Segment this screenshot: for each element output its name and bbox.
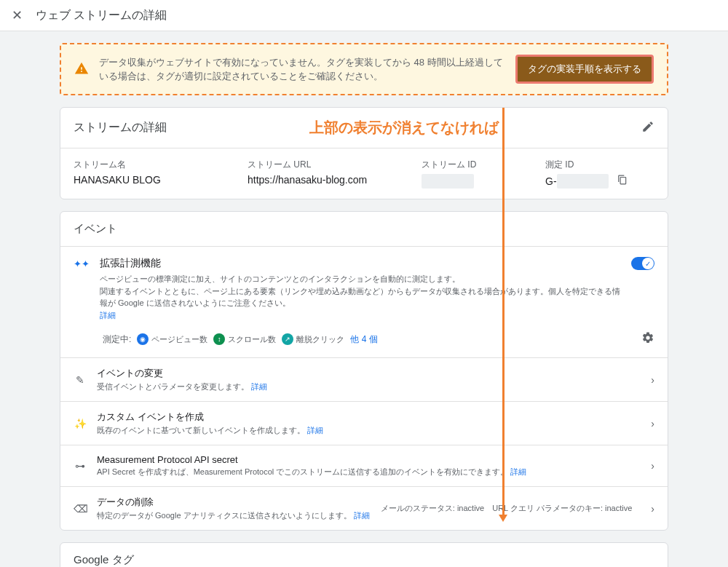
stream-url-value: https://hanasaku-blog.com [248, 174, 407, 186]
stream-id-label: ストリーム ID [422, 159, 531, 171]
chevron-right-icon: › [651, 418, 654, 429]
stream-details-card: ストリームの詳細 上部の表示が消えてなければ ストリーム名 HANASAKU B… [60, 107, 668, 199]
stream-name-label: ストリーム名 [74, 159, 233, 171]
events-card: イベント ✦✦ 拡張計測機能 ページビューの標準測定に加え、サイトのコンテンツと… [60, 211, 668, 531]
meas-id-prefix: G- [545, 175, 557, 187]
google-tag-heading: Google タグ [60, 543, 668, 567]
chevron-right-icon: › [651, 374, 654, 386]
alert-banner: データ収集がウェブサイトで有効になっていません。タグを実装してから 48 時間以… [60, 43, 668, 95]
pill-pageviews: ◉ページビュー数 [137, 333, 207, 345]
page-header: ✕ ウェブ ストリームの詳細 [0, 0, 728, 31]
custom-event-row[interactable]: ✨ カスタム イベントを作成 既存のイベントに基づいて新しいイベントを作成します… [60, 401, 668, 445]
data-deletion-row[interactable]: ⌫ データの削除 特定のデータが Google アナリティクスに送信されないよう… [60, 486, 668, 530]
enhanced-link[interactable]: 詳細 [100, 311, 116, 320]
warning-icon [74, 61, 89, 78]
event-change-row[interactable]: ✎ イベントの変更 受信イベントとパラメータを変更します。 詳細 › [60, 357, 668, 401]
meas-id-value [557, 174, 609, 189]
annotation-top: 上部の表示が消えてなければ [309, 118, 499, 138]
enhanced-measurement-row: ✦✦ 拡張計測機能 ページビューの標準測定に加え、サイトのコンテンツとのインタラ… [60, 247, 668, 331]
enhanced-title: 拡張計測機能 [100, 257, 621, 270]
sparkle-icon: ✨ [74, 418, 87, 429]
events-heading: イベント [60, 212, 668, 247]
measurement-protocol-row[interactable]: ⊶ Measurement Protocol API secret API Se… [60, 445, 668, 486]
scroll-icon: ↕ [213, 333, 225, 345]
chevron-right-icon: › [651, 503, 654, 515]
eye-icon: ◉ [137, 333, 149, 345]
key-icon: ⊶ [74, 460, 87, 472]
exit-icon: ↗ [282, 333, 293, 345]
enhanced-toggle[interactable] [631, 257, 654, 270]
close-icon[interactable]: ✕ [12, 7, 23, 23]
copy-icon[interactable] [617, 175, 628, 187]
pencil-icon[interactable] [641, 120, 654, 136]
gear-icon[interactable] [641, 331, 654, 347]
enhanced-desc2: 関連するイベントとともに、ページ上にある要素（リンクや埋め込み動画など）からもデ… [100, 287, 620, 308]
meas-id-label: 測定 ID [545, 159, 654, 171]
stream-details-heading: ストリームの詳細 [74, 120, 167, 135]
stream-name-value: HANASAKU BLOG [74, 174, 233, 186]
annotation-arrowhead [499, 515, 507, 522]
data-deletion-status: メールのステータス: inactive URL クエリ パラメータのキー: in… [381, 503, 633, 514]
erase-icon: ⌫ [74, 503, 87, 515]
enhanced-desc1: ページビューの標準測定に加え、サイトのコンテンツとのインタラクションを自動的に測… [100, 274, 460, 283]
other-count-link[interactable]: 他 4 個 [350, 333, 377, 346]
pill-outbound: ↗離脱クリック [282, 333, 344, 345]
stream-url-label: ストリーム URL [248, 159, 407, 171]
wand-icon: ✎ [74, 374, 87, 386]
sparkle-icon: ✦✦ [74, 258, 90, 269]
pill-scroll: ↕スクロール数 [213, 333, 276, 345]
chevron-right-icon: › [651, 460, 654, 472]
annotation-arrow [502, 108, 505, 515]
show-tag-instructions-button[interactable]: タグの実装手順を表示する [515, 55, 654, 84]
page-title: ウェブ ストリームの詳細 [36, 8, 167, 23]
measuring-label: 測定中: [103, 333, 131, 346]
google-tag-card: Google タグ ⬡ タグ設定を行う クロスドメイン リンクや内部トラフィック… [60, 542, 668, 567]
alert-text: データ収集がウェブサイトで有効になっていません。タグを実装してから 48 時間以… [99, 55, 505, 84]
stream-id-value [422, 174, 474, 189]
